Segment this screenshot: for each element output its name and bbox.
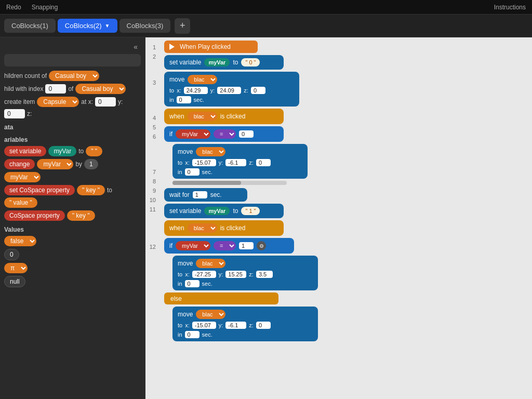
values-block: false (4, 236, 141, 246)
tab-dropdown-icon[interactable]: ▼ (105, 23, 110, 29)
create-item-dropdown[interactable]: Capsule (37, 97, 79, 107)
child-index-label: hild with index (4, 85, 43, 92)
lnum-6: 6 (148, 134, 158, 140)
move-x-11[interactable] (192, 271, 216, 278)
top-bar: Redo Snapping Instructions (0, 0, 532, 15)
move-block-11[interactable]: move blac to x: y: z: in (172, 256, 318, 290)
when-clicked-block-9[interactable]: when blac is clicked (164, 220, 284, 236)
move-y-6[interactable] (225, 159, 246, 166)
if-var-5[interactable]: myVar (176, 129, 210, 139)
move-in-11: in (178, 281, 182, 287)
change-label[interactable]: change (4, 159, 35, 169)
move-block-6[interactable]: move blac to x: y: z: in (172, 144, 308, 179)
move-in-12: in (178, 331, 182, 338)
change-val: 1 (84, 159, 98, 169)
move-y-12[interactable] (225, 322, 246, 329)
child-index-dropdown[interactable]: Casual boy (75, 84, 126, 94)
move-block-12[interactable]: move blac to x: y: z: in (172, 307, 318, 341)
set-var-label-2: set variable (169, 59, 201, 66)
val-pi-dropdown[interactable]: π (4, 263, 28, 273)
move-sec-11[interactable] (185, 280, 200, 287)
move-x-12[interactable] (192, 322, 216, 329)
cospace-prop-key[interactable]: " key " (67, 210, 95, 221)
child-index-input[interactable] (45, 84, 66, 94)
create-item-y-input[interactable] (4, 109, 25, 118)
sidebar-search[interactable] (4, 54, 141, 66)
children-count-label: hildren count of (4, 72, 47, 79)
move-x-label-3: x: (177, 87, 181, 94)
move-z-6[interactable] (256, 159, 271, 166)
if-var-10[interactable]: myVar (176, 241, 210, 250)
sidebar-collapse-button[interactable]: « (130, 42, 141, 52)
when-play-block[interactable]: When Play clicked (164, 41, 258, 53)
val-false-dropdown[interactable]: false (4, 236, 36, 246)
set-var-block-2[interactable]: set variable myVar to " 0 " (164, 55, 284, 70)
when-obj-4[interactable]: blac (188, 112, 217, 121)
lnum-5: 5 (148, 124, 158, 130)
tab-coblocks-1[interactable]: CoBlocks(1) (4, 19, 56, 33)
move-to-6: to (178, 159, 182, 166)
move-z-11[interactable] (256, 271, 273, 278)
move-y-3[interactable] (217, 87, 241, 94)
move-to-3: to (169, 87, 174, 94)
tab-coblocks-3[interactable]: CoBlocks(3) (119, 19, 171, 33)
set-variable-val[interactable]: " " (86, 146, 102, 156)
set-variable-label[interactable]: set variable (4, 146, 46, 156)
when-obj-9[interactable]: blac (188, 223, 217, 233)
instructions-button[interactable]: Instructions (494, 4, 526, 11)
set-cospace-val[interactable]: " value " (4, 197, 37, 208)
move-sec-12[interactable] (185, 331, 200, 338)
section-variables-title: ariables (4, 136, 141, 143)
move-block-3[interactable]: move blac to x: y: z: in (164, 72, 299, 107)
if-op-5[interactable]: = (214, 129, 236, 139)
children-count-dropdown[interactable]: Casual boy (49, 71, 99, 81)
move-obj-3[interactable]: blac (188, 75, 217, 84)
tab-coblocks-2[interactable]: CoBlocks(2) ▼ (58, 19, 117, 33)
move-obj-11[interactable]: blac (196, 259, 225, 268)
move-sec-6[interactable] (185, 168, 200, 176)
move-obj-6[interactable]: blac (196, 147, 225, 156)
if-block-10[interactable]: if myVar = ⚙ (164, 238, 294, 254)
lnum-3: 3 (148, 79, 158, 86)
when-clicked-label-4: is clicked (220, 113, 246, 120)
move-z-label-3: z: (244, 87, 248, 94)
change-var-dropdown[interactable]: myVar (37, 159, 73, 169)
move-label-12: move (178, 311, 193, 318)
gear-icon-10[interactable]: ⚙ (257, 241, 266, 250)
blocks-column: When Play clicked set variable myVar to … (162, 41, 530, 343)
val-null[interactable]: null (4, 276, 25, 287)
redo-button[interactable]: Redo (6, 4, 21, 11)
scroll-indicator (172, 181, 287, 185)
when-clicked-block-4[interactable]: when blac is clicked (164, 109, 284, 124)
wait-sec-label-7: sec. (210, 191, 222, 198)
if-op-10[interactable]: = (214, 241, 236, 250)
myvar-dropdown[interactable]: myVar (4, 172, 41, 182)
val-zero[interactable]: 0 (4, 249, 19, 260)
lnum-4: 4 (148, 115, 158, 121)
move-y-label-3: y: (210, 87, 215, 94)
wait-block-7[interactable]: wait for sec. (164, 188, 247, 202)
set-var-var-8[interactable]: myVar (204, 207, 230, 215)
snapping-button[interactable]: Snapping (32, 4, 58, 11)
set-cospace-label[interactable]: set CoSpace property (4, 185, 75, 195)
create-item-x-input[interactable] (95, 97, 116, 107)
move-sec-3[interactable] (177, 96, 191, 103)
move-obj-12[interactable]: blac (196, 310, 225, 319)
move-y-11[interactable] (225, 271, 246, 278)
if-val-5[interactable] (239, 130, 254, 138)
if-block-5[interactable]: if myVar = (164, 126, 284, 142)
wait-sec-7[interactable] (193, 191, 207, 198)
move-z-3[interactable] (251, 87, 265, 94)
move-x-6[interactable] (192, 159, 216, 166)
set-cospace-key[interactable]: " key " (77, 185, 105, 195)
add-tab-button[interactable]: + (175, 18, 190, 34)
set-variable-var[interactable]: myVar (48, 146, 76, 156)
move-to-11: to (178, 271, 182, 277)
if-label-10: if (169, 242, 172, 249)
cospace-prop-label[interactable]: CoSpace property (4, 210, 65, 221)
if-val-10[interactable] (239, 242, 254, 249)
move-x-3[interactable] (184, 87, 208, 94)
move-z-12[interactable] (256, 322, 271, 329)
set-var-var-2[interactable]: myVar (204, 58, 230, 66)
set-var-block-8[interactable]: set variable myVar to " 1 " (164, 204, 284, 218)
